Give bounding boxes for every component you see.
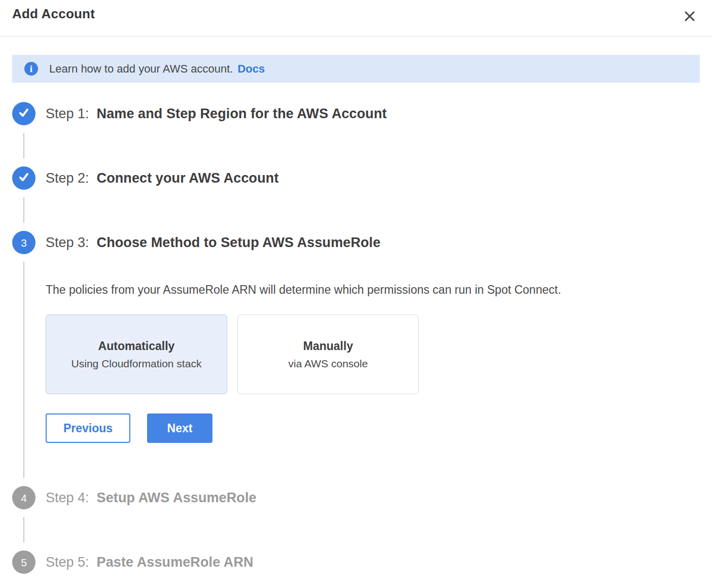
step-2-body: Step 2: Connect your AWS Account xyxy=(35,166,700,231)
step-5-rail: 5 xyxy=(12,550,35,574)
step-3-rail: 3 xyxy=(12,231,35,486)
step-3-status-circle: 3 xyxy=(12,231,35,254)
step-3-label: Step 3: xyxy=(46,235,89,251)
step-4-body: Step 4: Setup AWS AssumeRole xyxy=(35,486,700,550)
step-2: Step 2: Connect your AWS Account xyxy=(12,166,700,231)
step-5-number: 5 xyxy=(21,557,27,568)
step-5-status-circle: 5 xyxy=(12,550,35,574)
info-icon: i xyxy=(24,62,38,76)
step-4-label: Step 4: xyxy=(46,490,89,506)
step-3-number: 3 xyxy=(21,237,27,248)
step-4: 4 Step 4: Setup AWS AssumeRole xyxy=(12,486,700,550)
checkmark-icon xyxy=(17,106,30,121)
step-5: 5 Step 5: Paste AssumeRole ARN xyxy=(12,550,700,574)
step-2-label: Step 2: xyxy=(46,170,89,186)
info-banner-text: Learn how to add your AWS account. xyxy=(49,62,233,76)
step-3-description: The policies from your AssumeRole ARN wi… xyxy=(46,283,700,297)
option-automatically-subtitle: Using Cloudformation stack xyxy=(72,358,202,370)
step-3-actions: Previous Next xyxy=(46,413,700,486)
option-manually-title: Manually xyxy=(303,339,353,353)
step-4-number: 4 xyxy=(21,493,27,503)
step-3-title: Step 3: Choose Method to Setup AWS Assum… xyxy=(46,231,700,254)
option-manually[interactable]: Manually via AWS console xyxy=(237,315,419,394)
step-1: Step 1: Name and Step Region for the AWS… xyxy=(12,102,700,166)
step-1-name: Name and Step Region for the AWS Account xyxy=(97,106,387,122)
option-automatically-title: Automatically xyxy=(98,339,175,353)
step-2-rail xyxy=(12,166,35,231)
step-connector-line xyxy=(23,262,24,478)
step-2-status-circle xyxy=(12,166,35,190)
step-4-status-circle: 4 xyxy=(12,486,35,509)
step-5-body: Step 5: Paste AssumeRole ARN xyxy=(35,550,700,574)
checkmark-icon xyxy=(17,170,30,186)
step-5-label: Step 5: xyxy=(46,555,89,570)
step-1-body: Step 1: Name and Step Region for the AWS… xyxy=(35,102,700,166)
option-automatically[interactable]: Automatically Using Cloudformation stack xyxy=(46,315,227,394)
step-1-rail xyxy=(12,102,35,166)
modal-title: Add Account xyxy=(12,6,95,22)
step-4-name: Setup AWS AssumeRole xyxy=(97,490,257,506)
modal-header: Add Account xyxy=(0,0,712,37)
step-1-status-circle xyxy=(12,102,35,125)
step-1-title: Step 1: Name and Step Region for the AWS… xyxy=(46,102,700,125)
step-4-title: Step 4: Setup AWS AssumeRole xyxy=(46,486,700,509)
close-icon xyxy=(683,17,697,25)
step-connector-line xyxy=(23,133,24,158)
step-3-body: Step 3: Choose Method to Setup AWS Assum… xyxy=(35,231,700,486)
info-banner: i Learn how to add your AWS account. Doc… xyxy=(12,55,700,83)
step-3-name: Choose Method to Setup AWS AssumeRole xyxy=(97,235,381,251)
step-2-name: Connect your AWS Account xyxy=(97,170,279,186)
close-button[interactable] xyxy=(681,7,699,25)
step-2-title: Step 2: Connect your AWS Account xyxy=(46,166,700,190)
docs-link[interactable]: Docs xyxy=(237,62,265,76)
step-4-rail: 4 xyxy=(12,486,35,550)
step-3: 3 Step 3: Choose Method to Setup AWS Ass… xyxy=(12,231,700,486)
previous-button[interactable]: Previous xyxy=(46,413,130,443)
step-connector-line xyxy=(23,517,24,542)
method-options: Automatically Using Cloudformation stack… xyxy=(46,315,700,394)
next-button[interactable]: Next xyxy=(147,413,212,443)
step-connector-line xyxy=(23,197,24,223)
option-manually-subtitle: via AWS console xyxy=(289,358,368,370)
step-5-title: Step 5: Paste AssumeRole ARN xyxy=(46,550,700,574)
step-5-name: Paste AssumeRole ARN xyxy=(97,555,254,570)
modal-content: i Learn how to add your AWS account. Doc… xyxy=(0,37,712,574)
step-1-label: Step 1: xyxy=(46,106,89,122)
